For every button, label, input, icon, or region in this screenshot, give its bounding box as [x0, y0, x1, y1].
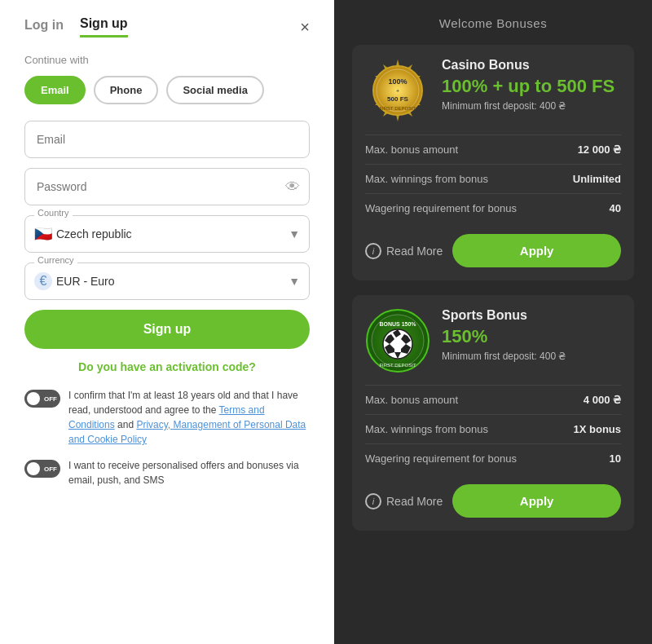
currency-select-wrapper: Currency € EUR - Euro ▼	[24, 262, 310, 300]
sports-bonus-amount: 150%	[442, 326, 566, 347]
sports-bonus-info: Sports Bonus 150% Minimum first deposit:…	[442, 308, 566, 362]
casino-bonus-card: 100% + 500 FS FIRST DEPOSIT Casino Bonus…	[352, 45, 634, 280]
offers-label: I want to receive personalised offers an…	[68, 458, 310, 487]
close-button[interactable]: ×	[300, 18, 310, 37]
sports-bonus-actions: i Read More Apply	[365, 484, 621, 518]
left-panel: Log in Sign up × Continue with Email Pho…	[0, 0, 334, 644]
social-auth-button[interactable]: Social media	[166, 76, 263, 104]
sports-bonus-name: Sports Bonus	[442, 308, 566, 323]
sports-detail-row-1: Max. bonus amount 4 000 ₴	[365, 385, 621, 414]
casino-detail-value-1: 12 000 ₴	[578, 143, 621, 156]
email-auth-button[interactable]: Email	[24, 76, 86, 104]
sports-detail-value-1: 4 000 ₴	[584, 394, 621, 406]
sports-detail-value-3: 10	[610, 452, 621, 465]
tab-login[interactable]: Log in	[24, 18, 64, 37]
email-input[interactable]	[24, 121, 310, 158]
casino-detail-value-3: 40	[610, 202, 621, 214]
right-panel: Welcome Bonuses 100% + 500 FS FIRST DEPO	[334, 0, 652, 644]
toggle2-off-label: OFF	[44, 465, 57, 473]
svg-text:FIRST DEPOSIT: FIRST DEPOSIT	[379, 363, 416, 368]
casino-read-more-button[interactable]: i Read More	[365, 243, 443, 259]
offers-toggle-row: OFF I want to receive personalised offer…	[24, 458, 310, 487]
casino-detail-row-3: Wagering requirement for bonus 40	[365, 193, 621, 223]
tabs-row: Log in Sign up ×	[24, 16, 310, 37]
sports-bonus-header: BONUS 150% FIRST DEPOSIT Sports Bonus 15…	[365, 308, 621, 373]
sports-detail-row-2: Max. winnings from bonus 1X bonus	[365, 414, 621, 443]
currency-select[interactable]: EUR - Euro	[24, 262, 310, 300]
sports-detail-label-2: Max. winnings from bonus	[365, 423, 488, 435]
casino-bonus-header: 100% + 500 FS FIRST DEPOSIT Casino Bonus…	[365, 58, 621, 123]
sports-detail-label-3: Wagering requirement for bonus	[365, 452, 517, 465]
age-confirm-toggle[interactable]: OFF	[24, 390, 60, 408]
sports-bonus-min-deposit: Minimum first deposit: 400 ₴	[442, 351, 566, 362]
sports-detail-row-3: Wagering requirement for bonus 10	[365, 443, 621, 473]
casino-apply-button[interactable]: Apply	[452, 234, 621, 267]
currency-icon: €	[34, 272, 52, 290]
signup-button[interactable]: Sign up	[24, 310, 310, 349]
casino-detail-value-2: Unlimited	[573, 173, 621, 185]
country-select-wrapper: Country 🇨🇿 Czech republic ▼	[24, 215, 310, 253]
casino-detail-label-3: Wagering requirement for bonus	[365, 202, 517, 214]
eye-icon[interactable]: 👁	[285, 179, 300, 196]
sports-read-more-label: Read More	[386, 495, 443, 508]
activation-code-link[interactable]: Do you have an activation code?	[24, 360, 310, 373]
casino-read-more-label: Read More	[386, 245, 443, 258]
casino-bonus-amount: 100% + up to 500 FS	[442, 76, 615, 97]
casino-detail-label-1: Max. bonus amount	[365, 143, 458, 156]
age-confirm-label: I confirm that I'm at least 18 years old…	[68, 388, 310, 447]
toggle1-off-label: OFF	[44, 395, 57, 403]
casino-bonus-min-deposit: Minimum first deposit: 400 ₴	[442, 100, 615, 112]
svg-text:100%: 100%	[388, 77, 407, 86]
continue-label: Continue with	[24, 54, 310, 66]
sports-bonus-badge: BONUS 150% FIRST DEPOSIT	[365, 308, 430, 373]
svg-text:BONUS 150%: BONUS 150%	[379, 321, 416, 327]
country-label: Country	[34, 208, 73, 218]
password-input[interactable]	[24, 168, 310, 205]
casino-detail-row-2: Max. winnings from bonus Unlimited	[365, 164, 621, 193]
country-select[interactable]: Czech republic	[24, 215, 310, 253]
sports-info-icon: i	[365, 493, 381, 509]
svg-text:FIRST DEPOSIT: FIRST DEPOSIT	[379, 106, 416, 111]
casino-info-icon: i	[365, 243, 381, 259]
auth-buttons: Email Phone Social media	[24, 76, 310, 104]
sports-apply-button[interactable]: Apply	[452, 484, 621, 518]
svg-text:500 FS: 500 FS	[387, 95, 408, 103]
tab-signup[interactable]: Sign up	[80, 16, 128, 37]
password-wrapper: 👁	[24, 168, 310, 205]
country-flag: 🇨🇿	[34, 225, 52, 243]
sports-detail-value-2: 1X bonus	[573, 423, 621, 435]
sports-detail-label-1: Max. bonus amount	[365, 394, 458, 406]
casino-bonus-badge: 100% + 500 FS FIRST DEPOSIT	[365, 58, 430, 123]
casino-detail-label-2: Max. winnings from bonus	[365, 173, 488, 185]
phone-auth-button[interactable]: Phone	[94, 76, 159, 104]
casino-bonus-info: Casino Bonus 100% + up to 500 FS Minimum…	[442, 58, 615, 112]
casino-bonus-name: Casino Bonus	[442, 58, 615, 73]
sports-bonus-card: BONUS 150% FIRST DEPOSIT Sports Bonus 15…	[352, 295, 634, 531]
age-confirm-row: OFF I confirm that I'm at least 18 years…	[24, 388, 310, 447]
welcome-title: Welcome Bonuses	[352, 16, 634, 30]
sports-read-more-button[interactable]: i Read More	[365, 493, 443, 509]
casino-bonus-actions: i Read More Apply	[365, 234, 621, 267]
svg-text:+: +	[396, 88, 399, 94]
currency-label: Currency	[34, 255, 77, 265]
casino-detail-row-1: Max. bonus amount 12 000 ₴	[365, 135, 621, 164]
offers-toggle[interactable]: OFF	[24, 460, 60, 478]
